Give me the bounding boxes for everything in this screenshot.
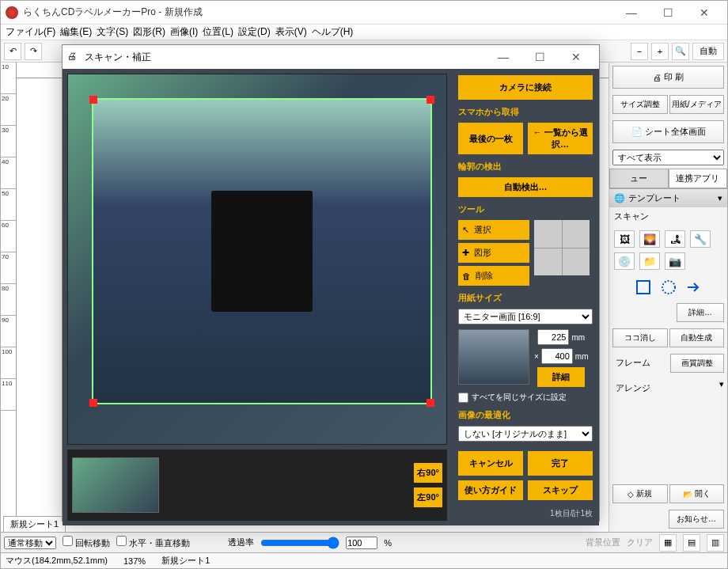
dialog-minimize[interactable]: —	[485, 45, 521, 69]
opacity-value[interactable]	[346, 537, 377, 549]
auto-detect-button[interactable]: 自動検出…	[458, 177, 593, 197]
tool-icon[interactable]: 🔧	[690, 230, 711, 248]
menu-view[interactable]: 表示(V)	[275, 25, 307, 39]
maximize-button[interactable]: ☐	[650, 1, 686, 25]
menu-file[interactable]: ファイル(F)	[6, 25, 55, 39]
notice-button[interactable]: お知らせ…	[669, 510, 724, 529]
thumbnail[interactable]	[72, 457, 159, 513]
template-section[interactable]: 🌐 テンプレート ▾	[609, 189, 727, 207]
mouse-pos: マウス(184.2mm,52.1mm)	[6, 555, 108, 567]
thumbnail-strip: 右90° 左90°	[67, 450, 447, 521]
paper-media-button[interactable]: 用紙/メディア	[669, 95, 725, 114]
last-photo-button[interactable]: 最後の一枚	[458, 123, 523, 154]
optimize-label: 画像の最適化	[458, 409, 593, 421]
menu-edit[interactable]: 編集(E)	[60, 25, 92, 39]
circle-shape-icon[interactable]	[661, 279, 677, 295]
sheet-icon: 📄	[631, 127, 643, 137]
menu-image[interactable]: 画像(I)	[170, 25, 198, 39]
arrange-label: アレンジ	[612, 379, 718, 397]
tab-apps[interactable]: 連携アプリ	[669, 169, 728, 188]
print-button[interactable]: 🖨 印 刷	[612, 66, 724, 89]
dialog-close[interactable]: ✕	[558, 45, 594, 69]
tab-view[interactable]: ュー	[609, 169, 669, 188]
new-button[interactable]: ◇ 新規	[612, 484, 668, 503]
menu-settings[interactable]: 設定(D)	[238, 25, 271, 39]
tool-delete-button[interactable]: 🗑削除	[458, 266, 529, 286]
auto-button[interactable]: 自動	[692, 43, 724, 60]
menubar: ファイル(F) 編集(E) 文字(S) 図形(R) 画像(I) 位置(L) 設定…	[1, 25, 727, 40]
rotate-move-check[interactable]: 回転移動	[63, 536, 110, 549]
rotate-left-button[interactable]: 左90°	[414, 487, 442, 507]
skip-button[interactable]: スキップ	[528, 480, 593, 500]
done-button[interactable]: 完了	[528, 451, 593, 476]
layout-icon-3[interactable]: ▥	[707, 534, 724, 552]
optimize-select[interactable]: しない [オリジナルのまま]	[458, 426, 593, 442]
arrow-shape-icon[interactable]	[686, 279, 702, 295]
trash-icon: 🗑	[462, 271, 471, 281]
main-titlebar: らくちんCDラベルメーカーPro - 新規作成 — ☐ ✕	[1, 1, 727, 25]
from-list-button[interactable]: ← 一覧から選択…	[528, 123, 593, 154]
size-detail-button[interactable]: 詳細	[537, 367, 585, 387]
width-input[interactable]	[537, 329, 569, 345]
crop-handle-bl[interactable]	[89, 399, 97, 407]
crop-handle-tr[interactable]	[427, 96, 434, 104]
zoom-in-button[interactable]: +	[651, 43, 669, 60]
close-button[interactable]: ✕	[686, 1, 722, 25]
layout-icon-1[interactable]: ▦	[659, 534, 677, 552]
layout-icon-2[interactable]: ▤	[683, 534, 700, 552]
from-phone-label: スマホから取得	[458, 106, 593, 118]
move-mode-select[interactable]: 通常移動	[4, 537, 56, 549]
dialog-maximize[interactable]: ☐	[521, 45, 558, 69]
paper-preset-select[interactable]: モニター画面 [16:9]	[458, 309, 593, 324]
chevron-down-icon[interactable]: ▾	[719, 379, 724, 397]
menu-position[interactable]: 位置(L)	[203, 25, 233, 39]
disc-icon[interactable]: 💿	[614, 252, 635, 270]
opacity-slider[interactable]	[260, 537, 339, 549]
sheet-tab[interactable]: 新規シート1	[3, 516, 66, 533]
size-adjust-button[interactable]: サイズ調整	[612, 95, 668, 114]
landscape-icon[interactable]: 🌄	[639, 230, 660, 248]
folder-icon[interactable]: 📁	[639, 252, 660, 270]
zoom-out-button[interactable]: −	[631, 43, 648, 60]
undo-button[interactable]: ↶	[4, 43, 21, 60]
frame-label: フレーム	[612, 354, 669, 373]
camera-icon[interactable]: 📷	[665, 252, 685, 270]
menu-shape[interactable]: 図形(R)	[133, 25, 165, 39]
image-icon[interactable]: 🏞	[665, 230, 685, 248]
tool-shape-button[interactable]: ✚図形	[458, 243, 529, 263]
zoom-level: 137%	[123, 556, 146, 566]
detail-button[interactable]: 詳細…	[677, 303, 724, 322]
window-title: らくちんCDラベルメーカーPro - 新規作成	[23, 6, 613, 19]
crop-handle-tl[interactable]	[89, 96, 97, 104]
page-count: 1枚目/計1枚	[458, 508, 593, 519]
koko-button[interactable]: ココ消し	[612, 328, 668, 347]
guide-button[interactable]: 使い方ガイド	[458, 480, 523, 500]
scan-preview[interactable]	[67, 74, 447, 445]
quality-button[interactable]: 画質調整	[670, 354, 725, 373]
crop-handle-br[interactable]	[427, 399, 434, 407]
rect-shape-icon[interactable]	[635, 279, 651, 295]
height-input[interactable]	[541, 348, 573, 364]
clear-button[interactable]: クリア	[627, 537, 653, 548]
sheet-full-button[interactable]: 📄 シート全体画面	[612, 120, 724, 143]
open-button[interactable]: 📂 開く	[669, 484, 725, 503]
search-icon[interactable]: 🔍	[672, 43, 689, 60]
rotate-right-button[interactable]: 右90°	[414, 463, 442, 483]
chevron-down-icon: ▾	[718, 193, 722, 203]
cancel-button[interactable]: キャンセル	[458, 451, 523, 476]
bg-pos-label: 背景位置	[586, 537, 620, 548]
diamond-icon: ◇	[628, 490, 634, 499]
display-filter-select[interactable]: すべて表示	[612, 150, 724, 165]
menu-text[interactable]: 文字(S)	[97, 25, 128, 39]
photo-icon[interactable]: 🖼	[614, 230, 635, 248]
same-size-check[interactable]: すべてを同じサイズに設定	[458, 392, 593, 403]
hv-move-check[interactable]: 水平・垂直移動	[116, 536, 190, 549]
autogen-button[interactable]: 自動生成	[669, 328, 725, 347]
redo-button[interactable]: ↷	[25, 43, 42, 60]
scan-label: スキャン	[609, 207, 727, 226]
minimize-button[interactable]: —	[613, 1, 650, 25]
contour-label: 輪郭の検出	[458, 161, 593, 173]
menu-help[interactable]: ヘルプ(H)	[312, 25, 354, 39]
tool-select-button[interactable]: ↖選択	[458, 220, 529, 240]
connect-camera-button[interactable]: カメラに接続	[458, 75, 593, 100]
